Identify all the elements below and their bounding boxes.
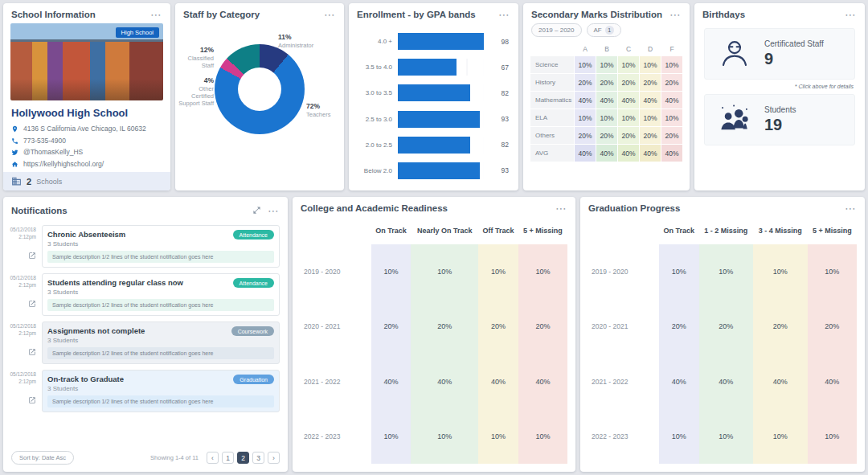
year-filter-chip[interactable]: 2019 – 2020 bbox=[531, 23, 582, 37]
marks-cell: 20% bbox=[575, 74, 596, 91]
bar-category-label: 3.0 to 3.5 bbox=[357, 89, 392, 96]
marks-cell: 10% bbox=[575, 109, 596, 126]
graduation-table: On Track 1 - 2 Missing 3 - 4 Missing 5 +… bbox=[588, 217, 857, 464]
card-header: Staff by Category ⋯ bbox=[175, 3, 344, 23]
col-header: 5 + Missing bbox=[808, 217, 857, 244]
card-title: Staff by Category bbox=[183, 10, 260, 19]
college-cell: 10% bbox=[478, 244, 518, 299]
college-cell: 40% bbox=[478, 354, 518, 409]
af-filter-chip[interactable]: AF1 bbox=[587, 23, 621, 37]
birthdays-body: Certificated Staff 9 * Click above for d… bbox=[694, 23, 865, 190]
share-icon[interactable] bbox=[28, 248, 36, 263]
school-twitter-handle[interactable]: @ThomasKelly_HS bbox=[23, 148, 83, 157]
marks-row: History 20% 20% 20% 20% 20% bbox=[530, 74, 682, 91]
page-button-1[interactable]: 1 bbox=[222, 452, 234, 464]
notification-card[interactable]: On-track to Graduate 3 Students Graduati… bbox=[42, 370, 280, 412]
marks-cell: 20% bbox=[596, 74, 617, 91]
prev-page-button[interactable]: ‹ bbox=[207, 452, 219, 464]
more-menu-icon[interactable]: ⋯ bbox=[268, 207, 280, 214]
marks-cell: 40% bbox=[661, 145, 682, 162]
share-icon[interactable] bbox=[28, 393, 36, 407]
college-table-wrap: On Track Nearly On Track Off Track 5 + M… bbox=[293, 217, 575, 472]
more-menu-icon[interactable]: ⋯ bbox=[555, 205, 567, 211]
share-icon[interactable] bbox=[28, 345, 36, 359]
category-badge: Coursework bbox=[231, 326, 274, 336]
col-header: A bbox=[575, 43, 596, 55]
year-label: 2021 - 2022 bbox=[588, 354, 659, 409]
school-twitter-row: @ThomasKelly_HS bbox=[3, 146, 170, 158]
notification-description: Sample description 1/2 lines of the stud… bbox=[47, 299, 274, 311]
bar-row: Below 2.0 93 bbox=[357, 159, 509, 182]
marks-cell: 40% bbox=[618, 92, 639, 109]
marks-cell: 20% bbox=[575, 127, 596, 144]
staff-donut-chart[interactable] bbox=[215, 44, 305, 134]
more-menu-icon[interactable]: ⋯ bbox=[150, 11, 162, 18]
card-header: Secondary Marks Distribution ⋯ bbox=[523, 3, 690, 23]
card-title: School Information bbox=[11, 10, 96, 19]
notification-meta: 05/12/2018 2:12pm bbox=[8, 273, 39, 316]
col-header: 5 + Missing bbox=[518, 217, 567, 244]
sort-by-button[interactable]: Sort by: Date Asc bbox=[11, 451, 74, 465]
year-label: 2020 - 2021 bbox=[301, 299, 371, 354]
page-button-2[interactable]: 2 bbox=[237, 452, 249, 464]
corner-cell bbox=[301, 217, 371, 244]
notification-card[interactable]: Assignments not complete 3 Students Cour… bbox=[42, 321, 280, 364]
marks-cell: 10% bbox=[618, 109, 639, 126]
enrollment-bar[interactable] bbox=[398, 111, 480, 128]
card-title: Graduation Progress bbox=[588, 203, 680, 213]
bar-value: 67 bbox=[489, 63, 509, 72]
marks-cell: 40% bbox=[640, 92, 661, 109]
notification-item: 05/12/2018 2:12pm Chronic Absenteeism 3 … bbox=[8, 225, 280, 268]
row-label: AVG bbox=[530, 145, 574, 162]
graduation-cell: 40% bbox=[753, 354, 808, 409]
notification-card[interactable]: Chronic Absenteeism 3 Students Attendanc… bbox=[42, 225, 280, 268]
enrollment-bar[interactable] bbox=[398, 33, 484, 50]
school-website-link[interactable]: https://kellyhighschool.org/ bbox=[23, 160, 104, 169]
year-label: 2022 - 2023 bbox=[588, 409, 659, 464]
notification-description: Sample description 1/2 lines of the stud… bbox=[47, 251, 274, 263]
bar-row: 4.0 + 98 bbox=[357, 30, 509, 53]
enrollment-bar[interactable] bbox=[398, 162, 480, 179]
share-icon[interactable] bbox=[28, 297, 36, 311]
college-cell: 10% bbox=[518, 409, 567, 464]
more-menu-icon[interactable]: ⋯ bbox=[845, 205, 857, 211]
bar-category-label: 3.5 to 4.0 bbox=[357, 63, 392, 71]
graduation-cell: 40% bbox=[659, 354, 699, 409]
more-menu-icon[interactable]: ⋯ bbox=[669, 11, 682, 18]
col-header: C bbox=[618, 43, 639, 55]
twitter-icon bbox=[11, 149, 18, 156]
marks-cell: 20% bbox=[618, 74, 639, 91]
person-icon bbox=[718, 37, 751, 71]
marks-cell: 40% bbox=[575, 145, 596, 162]
college-cell: 40% bbox=[411, 354, 478, 409]
school-website-row: https://kellyhighschool.org/ bbox=[3, 158, 170, 170]
notifications-footer: Sort by: Date Asc Showing 1-4 of 11 ‹ 1 … bbox=[3, 444, 288, 472]
marks-cell: 40% bbox=[575, 92, 596, 109]
enrollment-bar[interactable] bbox=[398, 137, 470, 154]
more-menu-icon[interactable]: ⋯ bbox=[845, 11, 857, 18]
marks-cell: 10% bbox=[596, 56, 617, 73]
page-button-3[interactable]: 3 bbox=[252, 452, 264, 464]
certificated-staff-birthdays-tile[interactable]: Certificated Staff 9 bbox=[704, 28, 855, 80]
notification-students: 3 Students bbox=[47, 289, 183, 296]
enrollment-bar[interactable] bbox=[398, 59, 457, 76]
schools-count-bar[interactable]: 2 Schools bbox=[3, 172, 170, 190]
notification-description: Sample description 1/2 lines of the stud… bbox=[47, 395, 274, 407]
students-birthdays-tile[interactable]: Students 19 bbox=[704, 94, 855, 145]
card-secondary-marks-distribution: Secondary Marks Distribution ⋯ 2019 – 20… bbox=[523, 3, 690, 190]
next-page-button[interactable]: › bbox=[268, 452, 280, 464]
birthdays-note: * Click above for details bbox=[704, 80, 855, 94]
col-header: F bbox=[661, 43, 682, 55]
more-menu-icon[interactable]: ⋯ bbox=[324, 11, 336, 18]
college-cell: 40% bbox=[518, 354, 567, 409]
enrollment-bar[interactable] bbox=[398, 84, 470, 101]
graduation-row: 2020 - 2021 20% 20% 20% 20% bbox=[588, 299, 857, 354]
notification-title: Assignments not complete bbox=[47, 326, 145, 335]
notification-title: On-track to Graduate bbox=[47, 375, 124, 383]
notification-card[interactable]: Students attending regular class now 3 S… bbox=[42, 273, 280, 316]
row-label: Mathematics bbox=[530, 92, 574, 109]
card-enrollment-gpa-bands: Enrollment - by GPA bands ⋯ 4.0 + 98 3.5… bbox=[349, 3, 518, 190]
more-menu-icon[interactable]: ⋯ bbox=[498, 11, 510, 18]
expand-icon[interactable] bbox=[252, 203, 261, 218]
notification-date: 05/12/2018 bbox=[10, 371, 36, 379]
